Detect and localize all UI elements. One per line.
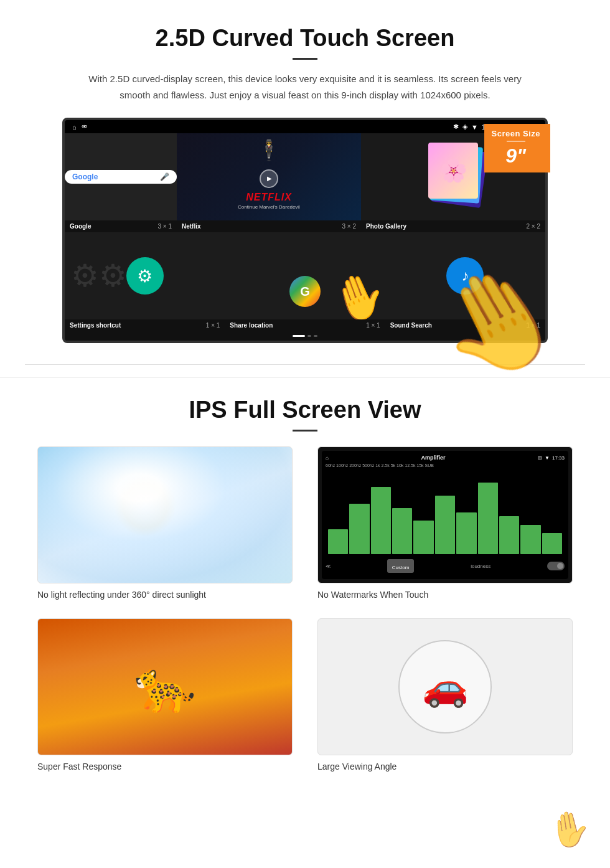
feature-amplifier: ⌂ Amplifier ⊞ ▼ 17:33 60hz 100hz 200hz 5… <box>317 446 573 600</box>
wifi-icon: ▼ <box>471 123 478 131</box>
amp-bottom-bar: ≪ Custom loudness <box>326 557 565 575</box>
amp-loudness: loudness <box>471 564 490 569</box>
feature-cheetah: 🐆 Super Fast Response <box>37 618 293 771</box>
google-size: 3 × 1 <box>157 223 172 230</box>
settings-icon: ⚙ <box>126 257 164 295</box>
netflix-content: NETFLIX Continue Marvel's Daredevil <box>238 144 300 210</box>
home-icon: ⌂ <box>72 123 77 131</box>
app-sound[interactable]: ♪ Sound Search 1 × 1 <box>385 232 545 331</box>
page-dots <box>65 331 545 341</box>
usb-icon: ⚮ <box>82 123 87 131</box>
bottom-app-row: ⚙⚙ ⚙ Settings shortcut 1 × 1 G <box>65 232 545 331</box>
eq-bar-5 <box>413 521 433 554</box>
sound-icon: ♪ <box>446 257 484 295</box>
amp-icon1: ⊞ <box>538 455 542 461</box>
settings-label-row: Settings shortcut 1 × 1 <box>65 319 225 331</box>
sound-size: 1 × 1 <box>526 322 540 329</box>
location-icon: ◈ <box>462 123 467 131</box>
app-netflix[interactable]: 🕴 NETFLIX Continue Marvel's Daredevil Ne… <box>177 133 361 232</box>
netflix-preview: 🕴 NETFLIX Continue Marvel's Daredevil <box>177 133 361 220</box>
amp-status-icons: ⊞ ▼ 17:33 <box>538 455 565 461</box>
feature-grid: No light reflecting under 360° direct su… <box>37 446 573 771</box>
app-settings[interactable]: ⚙⚙ ⚙ Settings shortcut 1 × 1 <box>65 232 225 331</box>
google-label: Google <box>70 223 91 230</box>
bluetooth-icon: ✱ <box>453 123 459 131</box>
amp-title-text: Amplifier <box>421 455 445 461</box>
eq-bar-9 <box>499 516 519 554</box>
eq-bar-10 <box>520 525 540 554</box>
flower-emoji: 🌸 <box>439 158 467 184</box>
dot-2 <box>314 335 317 337</box>
gallery-label: Photo Gallery <box>366 223 406 230</box>
share-preview: G 🤚 <box>225 232 385 319</box>
screen-size-badge: Screen Size 9" <box>484 124 551 172</box>
amp-freq: 60hz 100hz 200hz 500hz 1k 2.5k 5k 10k 12… <box>326 463 434 468</box>
section-ips: IPS Full Screen View No light reflecting… <box>0 377 610 790</box>
section2-divider <box>293 430 317 432</box>
sound-preview: ♪ <box>385 232 545 319</box>
amp-screen: ⌂ Amplifier ⊞ ▼ 17:33 60hz 100hz 200hz 5… <box>322 451 568 579</box>
google-logo-text: Google <box>72 172 98 181</box>
sunlight-overlay <box>38 447 292 583</box>
eq-bar-11 <box>542 533 562 554</box>
loudness-toggle <box>547 562 565 570</box>
amp-time: 17:33 <box>552 455 565 461</box>
badge-unit: " <box>517 144 526 167</box>
amp-back: ≪ <box>326 564 331 569</box>
google-searchbar: Google 🎤 <box>65 170 177 184</box>
status-left: ⌂ ⚮ <box>72 123 87 131</box>
dot-1 <box>307 335 311 337</box>
cheetah-caption: Super Fast Response <box>37 762 293 771</box>
dot-active <box>293 335 305 337</box>
feature-car: 🚗 Large Viewing Angle <box>317 618 573 771</box>
section1-title: 2.5D Curved Touch Screen <box>37 25 573 52</box>
car-caption: Large Viewing Angle <box>317 762 573 771</box>
settings-size: 1 × 1 <box>206 322 220 329</box>
sunlight-image <box>37 446 293 583</box>
netflix-logo: NETFLIX <box>238 192 300 203</box>
gmaps-icon: G <box>289 276 321 307</box>
app-google[interactable]: Google 🎤 Google 3 × 1 <box>65 133 177 232</box>
app-share[interactable]: G 🤚 Share location 1 × 1 <box>225 232 385 331</box>
section2-title: IPS Full Screen View <box>37 397 573 423</box>
settings-bg-icons: ⚙⚙ <box>71 258 127 294</box>
eq-bar-7 <box>456 512 476 555</box>
car-circle: 🚗 <box>398 640 492 734</box>
netflix-label-row: Netflix 3 × 2 <box>177 220 361 232</box>
eq-bar-6 <box>435 496 455 555</box>
amplifier-caption: No Watermarks When Touch <box>317 590 573 600</box>
badge-divider <box>507 141 525 142</box>
share-size: 1 × 1 <box>366 322 380 329</box>
sound-label: Sound Search <box>390 322 432 329</box>
eq-bar-3 <box>371 487 391 554</box>
gallery-label-row: Photo Gallery 2 × 2 <box>361 220 545 232</box>
badge-label: Screen Size <box>492 129 541 138</box>
share-label: Share location <box>230 322 273 329</box>
car-top-emoji: 🚗 <box>422 665 469 709</box>
badge-content: Screen Size 9" <box>484 124 551 172</box>
amp-home: ⌂ <box>326 455 329 461</box>
cheetah-image: 🐆 <box>37 618 293 755</box>
cheetah-emoji: 🐆 <box>134 658 196 716</box>
settings-label: Settings shortcut <box>70 322 121 329</box>
custom-btn: Custom <box>387 559 415 573</box>
eq-bar-4 <box>392 508 412 554</box>
netflix-label: Netflix <box>182 223 201 230</box>
amp-icon2: ▼ <box>545 455 550 461</box>
google-preview: Google 🎤 <box>65 133 177 220</box>
device-wrapper: Screen Size 9" ⌂ ⚮ ✱ ◈ <box>62 118 548 343</box>
netflix-subtitle: Continue Marvel's Daredevil <box>238 204 300 210</box>
car-image: 🚗 <box>317 618 573 755</box>
amp-topbar: ⌂ Amplifier ⊞ ▼ 17:33 <box>326 455 565 461</box>
badge-size: 9" <box>492 144 541 167</box>
eq-bar-8 <box>478 483 498 554</box>
page: 2.5D Curved Touch Screen With 2.5D curve… <box>0 0 610 790</box>
section1-desc: With 2.5D curved-display screen, this de… <box>87 71 523 103</box>
gallery-card-1: 🌸 <box>428 143 478 199</box>
top-app-row: Google 🎤 Google 3 × 1 <box>65 133 545 232</box>
hand-pointing: 🤚 <box>324 264 385 319</box>
feature-sunlight: No light reflecting under 360° direct su… <box>37 446 293 600</box>
netflix-size: 3 × 2 <box>342 223 356 230</box>
amp-freq-labels: 60hz 100hz 200hz 500hz 1k 2.5k 5k 10k 12… <box>326 463 565 468</box>
gallery-size: 2 × 2 <box>526 223 540 230</box>
